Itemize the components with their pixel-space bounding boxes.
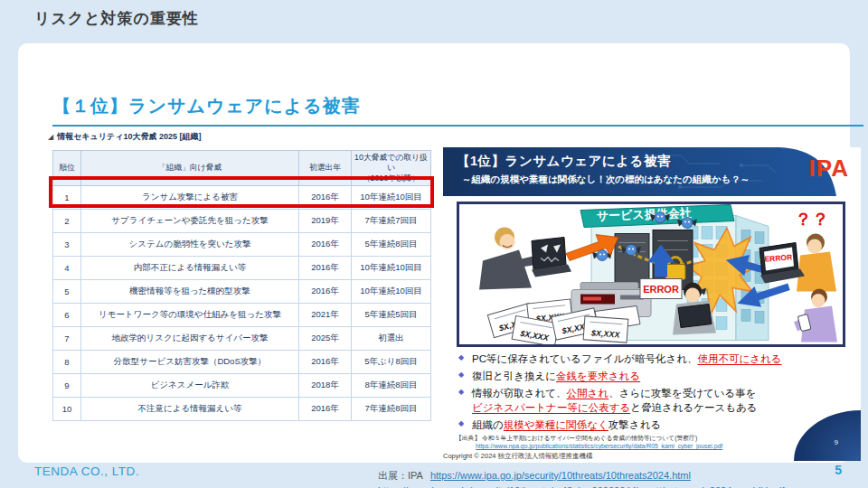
highlighted-text: 金銭を要求される	[556, 371, 640, 381]
npa-link: https://www.npa.go.jp/publications/stati…	[476, 442, 722, 450]
table-row: 8分散型サービス妨害攻撃（DDoS攻撃）2016年5年ぶり8回目	[53, 351, 431, 374]
diamond-bullet-icon: ◆	[458, 418, 464, 428]
ipa-slide-subtitle: ～組織の規模や業種は関係なし！次の標的はあなたの組織かも？～	[462, 174, 750, 186]
history-cell: 10年連続10回目	[352, 186, 431, 210]
highlighted-text: 使用不可にされる	[697, 353, 781, 364]
col-header-history: 10大脅威での取り扱い （2016年以降）	[352, 151, 431, 186]
bullet-text: 復旧と引き換えに	[472, 371, 556, 381]
threat-cell: 機密情報等を狙った標的型攻撃	[81, 280, 299, 304]
svg-text:？？: ？？	[795, 210, 829, 229]
year-cell: 2018年	[299, 374, 352, 398]
history-cell: 7年連続8回目	[352, 398, 431, 421]
ipa-bullet-list: ◆PC等に保存されているファイルが暗号化され、使用不可にされる◆復旧と引き換えに…	[458, 352, 851, 435]
ipa-bullet: ◆復旧と引き換えに金銭を要求される	[458, 369, 851, 383]
threat-cell: サプライチェーンや委託先を狙った攻撃	[81, 210, 299, 233]
history-cell: 初選出	[352, 327, 431, 351]
rank-cell: 2	[53, 210, 81, 233]
diamond-bullet-icon: ◆	[458, 370, 464, 380]
page-title: リスクと対策の重要性	[34, 8, 199, 29]
threat-cell: ランサム攻撃による被害	[81, 186, 299, 210]
threat-cell: システムの脆弱性を突いた攻撃	[81, 233, 299, 257]
year-cell: 2016年	[299, 186, 352, 210]
ipa-bullet: ◆情報が窃取されて、公開され、さらに攻撃を受けている事をビジネスパートナー等に公…	[458, 386, 851, 415]
ipa-page-number: 9	[835, 438, 838, 446]
error-sign: ERROR	[640, 279, 682, 299]
highlighted-text: ビジネスパートナー等に公表する	[472, 402, 630, 413]
npa-source-label: 【出典】 令和５年上半期におけるサイバー空間をめぐる脅威の情勢等について(警察庁…	[456, 434, 722, 442]
year-cell: 2016年	[299, 257, 352, 280]
threat-cell: 地政学的リスクに起因するサイバー攻撃	[81, 327, 299, 351]
history-cell: 7年連続7回目	[352, 210, 431, 233]
table-header-row: 順位 「組織」向け脅威 初選出年 10大脅威での取り扱い （2016年以降）	[53, 151, 431, 186]
rank-cell: 7	[53, 327, 81, 351]
attacker	[479, 228, 571, 290]
rank-cell: 6	[53, 304, 81, 327]
bullet-text: 情報が窃取されて、	[472, 388, 567, 399]
col-header-rank: 順位	[53, 151, 81, 186]
history-cell: 5年ぶり8回目	[352, 351, 431, 374]
rank-cell: 5	[53, 280, 81, 304]
history-cell: 5年連続8回目	[352, 233, 431, 257]
table-row: 3システムの脆弱性を突いた攻撃2016年5年連続8回目	[53, 233, 431, 257]
caption-triangle-icon: ◢	[48, 133, 53, 141]
history-cell: 10年連続10回目	[352, 280, 431, 304]
content-card: 【１位】ランサムウェアによる被害 ◢情報セキュリティ10大脅威 2025 [組織…	[18, 43, 850, 463]
history-cell: 5年連続5回目	[352, 304, 431, 327]
table-row: 10不注意による情報漏えい等2016年7年連続8回目	[53, 398, 431, 421]
table-row: 6リモートワーク等の環境や仕組みを狙った攻撃2021年5年連続5回目	[53, 304, 431, 327]
threat-ranking-table: 順位 「組織」向け脅威 初選出年 10大脅威での取り扱い （2016年以降） 1…	[52, 150, 431, 421]
ipa-slide-title: 【1位】ランサムウェアによる被害	[457, 153, 671, 170]
ipa-copyright: Copyright © 2024 独立行政法人情報処理推進機構	[443, 452, 593, 461]
threat-cell: ビジネスメール詐欺	[81, 374, 299, 398]
section-heading: 【１位】ランサムウェアによる被害	[52, 94, 863, 127]
slide-canvas: リスクと対策の重要性 【１位】ランサムウェアによる被害 ◢情報セキュリティ10大…	[0, 0, 868, 488]
year-cell: 2016年	[299, 351, 352, 374]
year-cell: 2021年	[299, 304, 352, 327]
source-label: 出展：IPA	[378, 470, 423, 481]
npa-source-note: 【出典】 令和５年上半期におけるサイバー空間をめぐる脅威の情勢等について(警察庁…	[456, 434, 722, 450]
diamond-bullet-icon: ◆	[458, 352, 464, 362]
threat-cell: 不注意による情報漏えい等	[81, 398, 299, 421]
page-number: 5	[835, 463, 842, 477]
rank-cell: 1	[53, 186, 81, 210]
rank-cell: 8	[53, 351, 81, 374]
confused-customer: ？？ ERROR	[760, 210, 836, 292]
table-row: 7地政学的リスクに起因するサイバー攻撃2025年初選出	[53, 327, 431, 351]
col-header-year: 初選出年	[299, 151, 352, 186]
rank-cell: 4	[53, 257, 81, 280]
footer-company: TENDA CO., LTD.	[34, 465, 139, 478]
ipa-slide-image: 【1位】ランサムウェアによる被害 ～組織の規模や業種は関係なし！次の標的はあなた…	[443, 147, 861, 461]
table-caption-text: 情報セキュリティ10大脅威 2025 [組織]	[57, 132, 201, 141]
ipa-logo: IPA	[809, 155, 849, 183]
ipa-bullet: ◆PC等に保存されているファイルが暗号化され、使用不可にされる	[458, 352, 851, 366]
threat-cell: 内部不正による情報漏えい等	[81, 257, 299, 280]
highlighted-text: 公開され	[567, 388, 609, 399]
table-caption: ◢情報セキュリティ10大脅威 2025 [組織]	[48, 131, 201, 143]
history-cell: 10年連続10回目	[352, 257, 431, 280]
source-links: 出展：IPAhttps://www.ipa.go.jp/security/10t…	[378, 468, 866, 488]
history-cell: 8年連続8回目	[352, 374, 431, 398]
year-cell: 2016年	[299, 280, 352, 304]
ransomware-illustration-svg: サービス提供会社	[459, 204, 843, 344]
customer-with-phone	[794, 289, 837, 343]
svg-text:ERROR: ERROR	[643, 284, 679, 295]
table-row: 4内部不正による情報漏えい等2016年10年連続10回目	[53, 257, 431, 280]
bullet-text: PC等に保存されているファイルが暗号化され、	[472, 353, 697, 364]
col-header-threat: 「組織」向け脅威	[81, 151, 299, 186]
svg-text:ERROR: ERROR	[764, 252, 792, 263]
table-row: 2サプライチェーンや委託先を狙った攻撃2019年7年連続7回目	[53, 210, 431, 233]
table-row: 5機密情報等を狙った標的型攻撃2016年10年連続10回目	[53, 280, 431, 304]
ransomware-illustration: サービス提供会社	[457, 202, 845, 347]
table-row: 9ビジネスメール詐欺2018年8年連続8回目	[53, 374, 431, 398]
year-cell: 2016年	[299, 398, 352, 421]
ipa-link-1[interactable]: https://www.ipa.go.jp/security/10threats…	[430, 470, 691, 481]
diamond-bullet-icon: ◆	[458, 387, 464, 397]
bullet-text: 攻撃される	[609, 419, 661, 430]
ipa-bullet: ◆組織の規模や業種に関係なく攻撃される	[458, 418, 851, 432]
bullet-text: と脅迫されるケースもある	[630, 402, 757, 413]
rank-cell: 10	[53, 398, 81, 421]
year-cell: 2016年	[299, 233, 352, 257]
rank-cell: 3	[53, 233, 81, 257]
highlighted-text: 規模や業種に関係なく	[504, 419, 609, 430]
table-row: 1ランサム攻撃による被害2016年10年連続10回目	[53, 186, 431, 210]
